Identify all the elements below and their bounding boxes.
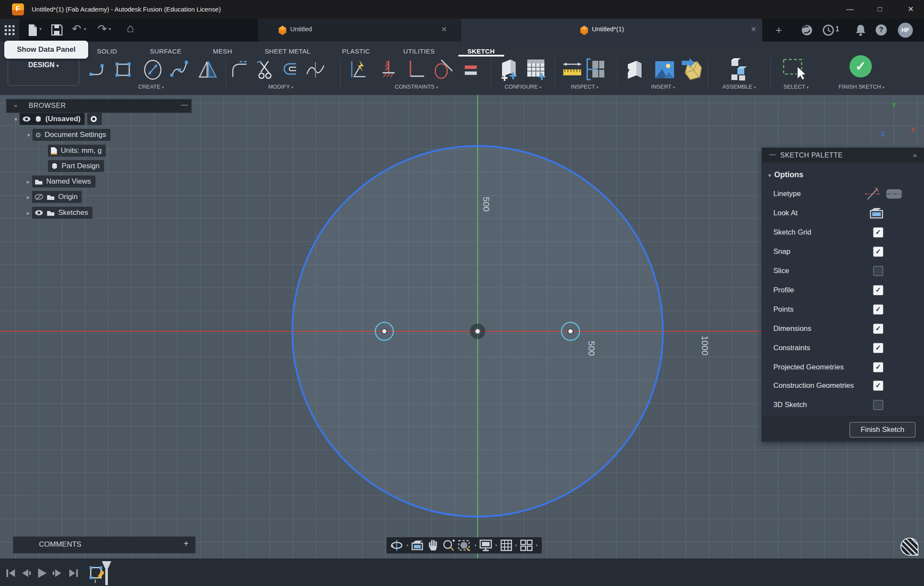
- measure-tool-icon[interactable]: [561, 59, 584, 80]
- snap-checkbox[interactable]: ✓: [873, 247, 883, 257]
- insert-dxf-icon[interactable]: [680, 58, 703, 81]
- file-menu-button[interactable]: [28, 24, 38, 37]
- chevron-down-icon[interactable]: ▾: [12, 116, 20, 122]
- equal-constraint-icon[interactable]: [462, 61, 479, 78]
- timeline-step-forward[interactable]: [52, 568, 62, 578]
- group-label-finish-sketch[interactable]: FINISH SKETCH ▾: [838, 83, 884, 90]
- document-tab-untitled-1[interactable]: Untitled*(1) ✕: [461, 19, 762, 42]
- minimize-panel-icon[interactable]: —: [769, 147, 776, 162]
- redo-caret-icon[interactable]: ▾: [109, 27, 111, 31]
- palette-section-options[interactable]: ▼ Options: [767, 170, 803, 179]
- grid-caret-icon[interactable]: ▾: [515, 543, 517, 547]
- trim-tool-icon[interactable]: [256, 59, 276, 80]
- eye-icon[interactable]: [22, 116, 31, 122]
- 3d-sketch-checkbox[interactable]: [873, 400, 883, 410]
- dimension-label-vertical-500[interactable]: 500: [481, 196, 491, 211]
- constraints-checkbox[interactable]: ✓: [873, 343, 883, 353]
- group-label-select[interactable]: SELECT ▾: [784, 83, 809, 90]
- tangent-constraint-icon[interactable]: [433, 59, 454, 80]
- select-tool-icon[interactable]: [782, 57, 808, 81]
- feedback-pin-icon[interactable]: [900, 538, 918, 556]
- undo-button[interactable]: ↶: [72, 22, 81, 36]
- finish-sketch-button[interactable]: Finish Sketch: [850, 422, 915, 437]
- centerline-linetype-icon[interactable]: [886, 187, 902, 200]
- ribbon-tab-solid[interactable]: SOLID: [97, 46, 117, 57]
- timeline-go-to-end[interactable]: [68, 568, 79, 578]
- insert-derive-icon[interactable]: [622, 58, 645, 81]
- tab-close-icon[interactable]: ✕: [441, 25, 447, 33]
- offset-tool-icon[interactable]: [280, 59, 300, 80]
- configuration-table-icon[interactable]: [525, 58, 548, 82]
- dimension-label-diameter-1000[interactable]: 1000: [700, 336, 710, 356]
- avatar[interactable]: HF: [898, 23, 913, 38]
- break-tool-icon[interactable]: [305, 59, 326, 80]
- home-button[interactable]: ⌂: [127, 21, 134, 35]
- construction-geometries-checkbox[interactable]: ✓: [873, 381, 883, 391]
- eye-icon[interactable]: [35, 210, 43, 216]
- rectangle-tool-icon[interactable]: [114, 60, 134, 80]
- browser-row-document-settings[interactable]: ▾ ⚙ Document Settings: [25, 129, 110, 141]
- chevron-right-icon[interactable]: ▸: [24, 194, 32, 200]
- sketch-grid-checkbox[interactable]: ✓: [873, 228, 883, 238]
- zoom-button[interactable]: [442, 539, 455, 552]
- orbit-caret-icon[interactable]: ▾: [406, 543, 408, 547]
- zoom-window-caret-icon[interactable]: ▾: [475, 543, 477, 547]
- chevron-right-icon[interactable]: ▸: [24, 210, 32, 216]
- viewcube[interactable]: TOP Y X Z: [873, 99, 924, 142]
- sketch-point-left[interactable]: [382, 329, 387, 334]
- fillet-tool-icon[interactable]: [230, 60, 250, 80]
- profile-checkbox[interactable]: ✓: [873, 286, 883, 295]
- minimize-panel-icon[interactable]: —: [181, 101, 188, 109]
- timeline-scrubber[interactable]: [101, 561, 112, 585]
- viewports-button[interactable]: [520, 539, 533, 551]
- origin-point[interactable]: [475, 329, 480, 334]
- collapse-panel-icon[interactable]: «: [14, 102, 18, 109]
- display-caret-icon[interactable]: ▾: [495, 543, 497, 547]
- viewports-caret-icon[interactable]: ▾: [536, 543, 538, 547]
- ribbon-tab-mesh[interactable]: MESH: [213, 46, 232, 57]
- fix-constraint-icon[interactable]: [379, 59, 398, 80]
- ribbon-tab-surface[interactable]: SURFACE: [150, 46, 181, 57]
- group-label-insert[interactable]: INSERT ▾: [651, 83, 674, 90]
- group-label-assemble[interactable]: ASSEMBLE ▾: [722, 83, 756, 90]
- timeline-go-to-start[interactable]: [6, 568, 16, 578]
- slice-checkbox[interactable]: [873, 266, 883, 276]
- comments-panel[interactable]: COMMENTS +: [13, 536, 196, 553]
- canvas-image-icon[interactable]: [654, 59, 676, 80]
- ribbon-tab-sheet-metal[interactable]: SHEET METAL: [264, 46, 310, 57]
- look-at-icon[interactable]: [869, 207, 884, 219]
- notifications-bell-icon[interactable]: [855, 24, 866, 36]
- browser-row-sketches[interactable]: ▸ Sketches: [24, 207, 92, 219]
- redo-button[interactable]: ↷: [98, 22, 107, 36]
- ribbon-tab-utilities[interactable]: UTILITIES: [403, 46, 435, 57]
- group-label-create[interactable]: CREATE ▾: [138, 83, 164, 90]
- section-analysis-icon[interactable]: [585, 58, 606, 81]
- group-label-configure[interactable]: CONFIGURE ▾: [505, 83, 541, 90]
- group-label-modify[interactable]: MODIFY ▾: [268, 83, 293, 90]
- extensions-icon[interactable]: [801, 24, 813, 36]
- active-component-radio[interactable]: [87, 113, 102, 125]
- dimensions-checkbox[interactable]: ✓: [873, 324, 883, 334]
- orbit-button[interactable]: [390, 539, 403, 552]
- insert-configuration-icon[interactable]: [498, 58, 521, 82]
- assemble-icon[interactable]: [728, 58, 751, 81]
- document-tab-untitled[interactable]: Untitled ✕: [258, 19, 461, 42]
- points-checkbox[interactable]: ✓: [873, 305, 883, 315]
- browser-row-origin[interactable]: ▸ Origin: [24, 191, 82, 203]
- timeline-play[interactable]: [36, 568, 48, 579]
- dimension-tool-icon[interactable]: [348, 59, 371, 81]
- eye-slash-icon[interactable]: [35, 193, 43, 200]
- app-grid-button[interactable]: [0, 19, 19, 42]
- display-settings-button[interactable]: [479, 539, 492, 551]
- chevron-down-icon[interactable]: ▾: [25, 132, 33, 138]
- job-status-icon[interactable]: [823, 24, 834, 36]
- browser-row-unsaved[interactable]: ▾ (Unsaved): [12, 113, 102, 125]
- file-menu-caret-icon[interactable]: ▾: [39, 27, 42, 31]
- perpendicular-constraint-icon[interactable]: [405, 59, 427, 80]
- sketch-palette-header[interactable]: — SKETCH PALETTE »: [762, 148, 924, 163]
- design-workspace-dropdown[interactable]: DESIGN ▾: [8, 56, 79, 86]
- group-label-constraints[interactable]: CONSTRAINTS ▾: [395, 83, 438, 90]
- help-icon[interactable]: ?: [876, 24, 887, 36]
- look-at-button[interactable]: [411, 540, 424, 551]
- line-tool-icon[interactable]: [89, 60, 108, 80]
